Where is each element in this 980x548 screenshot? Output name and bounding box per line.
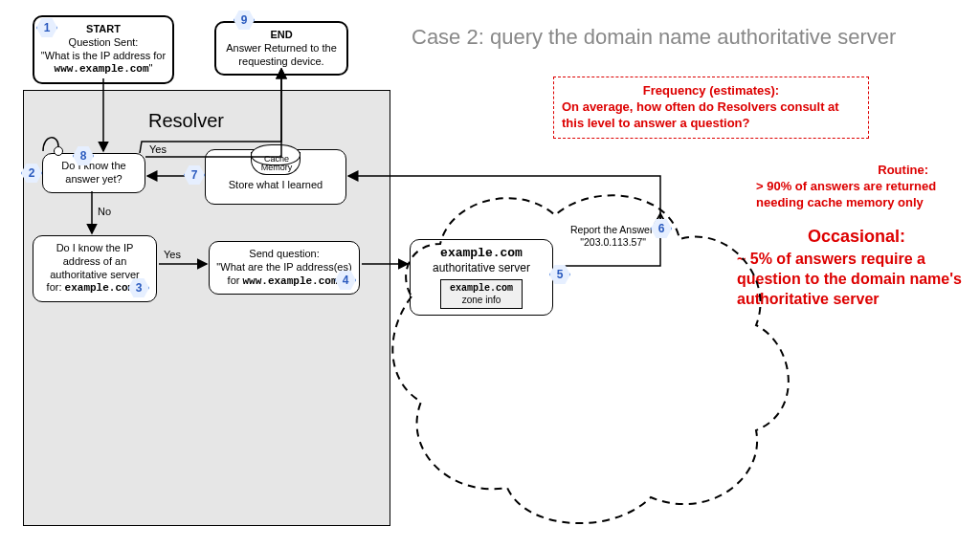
end-heading: END [270,29,292,40]
start-heading: START [86,23,121,34]
cache-store: Store what I learned [229,179,323,190]
start-quote-close: " [149,62,153,74]
report-answer-label: Report the Answer: "203.0.113.57" [570,224,656,248]
send-q-domain: www.example.com [242,275,337,287]
step-3-num: 3 [136,281,143,295]
routine-title: Routine: [756,163,928,179]
know-auth-for: for: [47,281,62,293]
zone-info-box: example.com zone info [440,279,523,309]
step-1-num: 1 [44,21,51,34]
auth-server-node: example.com authoritative server example… [410,239,553,316]
step-marker-1: 1 [36,17,57,38]
loop-connector [54,146,63,156]
auth-label: authoritative server [433,261,530,274]
know-answer-l2: answer yet? [65,173,122,185]
step-marker-6: 6 [651,218,672,239]
step-marker-4: 4 [335,270,356,291]
zone-domain: example.com [450,283,513,294]
send-q-l1: Send question: [249,248,319,259]
routine-text: Routine: > 90% of answers are returned n… [756,163,967,211]
step-5-num: 5 [557,268,564,281]
step-marker-5: 5 [549,264,570,285]
edge-yes-2: Yes [164,249,181,260]
frequency-body: On average, how often do Resolvers consu… [562,99,839,130]
step-marker-8: 8 [73,145,94,166]
start-line2: "What is the IP address for [41,50,166,61]
resolver-label: Resolver [148,110,224,132]
page-title: Case 2: query the domain name authoritat… [412,25,896,50]
routine-body: > 90% of answers are returned needing ca… [756,179,936,209]
occasional-body: ~ 5% of answers require a question to th… [737,251,962,307]
edge-yes-1: Yes [149,143,167,155]
step-marker-2: 2 [21,163,42,184]
send-q-for: for [228,274,240,286]
step-marker-9: 9 [234,10,255,31]
send-q-l2: "What are the IP address(es) [216,261,351,273]
cache-label-wrap: Cache Memory [257,155,296,173]
report-l1: Report the Answer: [570,224,656,235]
report-ip: "203.0.113.57" [580,236,646,248]
auth-domain: example.com [440,246,523,260]
cache-label2: Memory [261,163,293,172]
know-auth-l1: Do I know the IP [56,242,134,253]
know-auth-l2: address of an [63,255,127,267]
step-8-num: 8 [80,149,87,163]
step-marker-3: 3 [128,277,149,298]
know-auth-l3: authoritative server [50,269,140,280]
occasional-title: Occasional: [737,226,976,248]
edge-no: No [98,206,111,217]
know-auth-domain: example.com [65,282,135,294]
frequency-title: Frequency (estimates): [562,83,860,99]
step-2-num: 2 [29,166,35,180]
zone-label: zone info [462,295,501,305]
end-line1: Answer Returned to the [226,42,337,54]
end-line2: requesting device. [238,55,323,67]
step-9-num: 9 [241,13,248,27]
step-7-num: 7 [191,168,198,182]
start-line1: Question Sent: [69,36,139,48]
step-4-num: 4 [343,274,349,287]
step-6-num: 6 [658,222,665,235]
frequency-box: Frequency (estimates): On average, how o… [553,77,869,139]
know-answer-node: Do I know the answer yet? [42,153,145,193]
step-marker-7: 7 [184,164,205,186]
occasional-text: Occasional: ~ 5% of answers require a qu… [737,226,976,310]
start-domain: www.example.com [55,63,149,75]
